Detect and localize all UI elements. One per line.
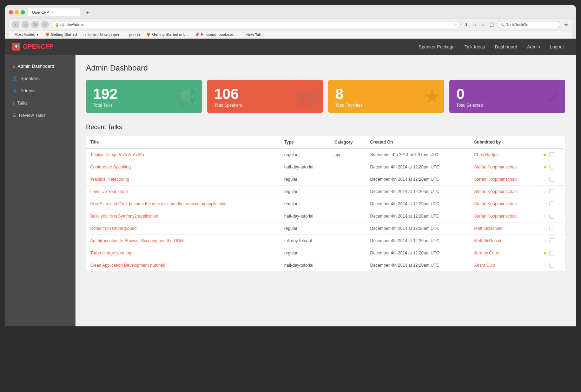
talk-title-link[interactable]: Testing Things & Yo & Yo Mo bbox=[90, 152, 144, 157]
star-empty-icon[interactable]: ☆ bbox=[543, 226, 547, 231]
download-icon[interactable]: ⬇ bbox=[463, 21, 470, 28]
star-filled-icon[interactable]: ★ bbox=[543, 164, 547, 170]
nav-speaker-package[interactable]: Speaker Package bbox=[414, 39, 460, 55]
sidebar-label-review-talks: Review Talks bbox=[19, 113, 46, 118]
talk-title-link[interactable]: Build your first Symfony2 application bbox=[90, 214, 158, 219]
talk-actions-cell: ★ bbox=[539, 247, 565, 259]
star-empty-icon[interactable]: ☆ bbox=[543, 263, 547, 268]
logo-icon: 📢 bbox=[12, 43, 20, 51]
table-row: An Introduction to Browser Scripting and… bbox=[86, 235, 565, 247]
bookmark-most-visited[interactable]: Most Visited ▾ bbox=[12, 32, 41, 38]
talk-title-link[interactable]: Level Up Your Team bbox=[90, 189, 128, 194]
sidebar-item-review-talks[interactable]: ☰ Review Talks bbox=[5, 109, 75, 121]
talk-title-link[interactable]: Notes from Underground bbox=[90, 226, 137, 231]
bookmark-hacker-newspaper[interactable]: □ Hacker Newspaper bbox=[80, 32, 122, 38]
home-nav-icon[interactable]: ⌂ bbox=[471, 21, 478, 28]
nav-logout[interactable]: Logout bbox=[545, 39, 569, 55]
select-checkbox[interactable] bbox=[549, 251, 554, 255]
star-empty-icon[interactable]: ☆ bbox=[543, 201, 547, 207]
speaker-link[interactable]: Stefan Koopmanschap bbox=[474, 201, 517, 206]
speaker-link[interactable]: Stefan Koopmanschap bbox=[474, 177, 517, 182]
bookmark-icon[interactable]: ☆ bbox=[480, 21, 487, 28]
select-checkbox[interactable] bbox=[549, 152, 554, 157]
stat-card-selected: 0 Total Selected ✓ bbox=[449, 80, 565, 113]
selected-bg-icon: ✓ bbox=[546, 85, 562, 108]
speaker-link[interactable]: Jeremy Cook bbox=[474, 251, 499, 255]
maximize-button[interactable] bbox=[21, 10, 25, 14]
star-filled-icon[interactable]: ★ bbox=[543, 152, 547, 158]
search-bar[interactable]: 🔍 DuckDuckGo bbox=[497, 21, 560, 28]
talks-bg-icon: 📢 bbox=[174, 85, 198, 108]
nav-admin[interactable]: Admin bbox=[522, 39, 545, 55]
history-icon[interactable]: 📋 bbox=[488, 21, 495, 28]
talk-speaker-cell: Stefan Koopmanschap bbox=[470, 210, 539, 222]
talk-created-cell: December 4th 2014 at 12:20am UTC bbox=[366, 210, 470, 222]
select-checkbox[interactable] bbox=[549, 238, 554, 243]
speaker-link[interactable]: Chris Hartjes bbox=[474, 152, 499, 157]
talk-created-cell: December 4th 2014 at 12:20am UTC bbox=[366, 222, 470, 235]
back-button[interactable]: ‹ bbox=[12, 21, 19, 28]
talk-title-link[interactable]: How Silex and Cilex became the glue for … bbox=[90, 201, 226, 206]
total-favorites-number: 8 bbox=[335, 87, 437, 101]
reload-button[interactable]: ↻ bbox=[31, 21, 39, 28]
talk-actions-cell: ☆ bbox=[539, 173, 565, 186]
active-tab[interactable]: OpenCFP ✕ bbox=[28, 8, 80, 16]
speaker-link[interactable]: Matt McDonald bbox=[474, 226, 503, 231]
star-empty-icon[interactable]: ☆ bbox=[543, 177, 547, 182]
select-checkbox[interactable] bbox=[549, 226, 554, 231]
nav-talk-ideas[interactable]: Talk Ideas bbox=[460, 39, 490, 55]
tab-close-button[interactable]: ✕ bbox=[51, 11, 54, 14]
admins-icon: 👤 bbox=[12, 88, 18, 93]
talk-actions-cell: ★ bbox=[539, 148, 565, 161]
select-checkbox[interactable] bbox=[549, 177, 554, 182]
talk-title-link[interactable]: An Introduction to Browser Scripting and… bbox=[90, 238, 184, 243]
nav-dashboard[interactable]: Dashboard bbox=[490, 39, 522, 55]
star-empty-icon[interactable]: ☆ bbox=[543, 238, 547, 244]
app-header: 📢 OPENCFP Speaker Package Talk Ideas Das… bbox=[5, 39, 576, 55]
select-checkbox[interactable] bbox=[549, 263, 554, 268]
talks-table: Title Type Category Created On Submitted… bbox=[86, 136, 565, 271]
close-button[interactable] bbox=[9, 10, 13, 14]
home-button[interactable]: ⌂ bbox=[41, 21, 49, 28]
speaker-link[interactable]: Adam Culp bbox=[474, 263, 495, 268]
select-checkbox[interactable] bbox=[549, 201, 554, 206]
sidebar-item-admin-dashboard[interactable]: ⌂ Admin Dashboard bbox=[5, 60, 75, 72]
menu-icon[interactable]: ☰ bbox=[562, 21, 569, 28]
new-tab-button[interactable]: + bbox=[83, 8, 92, 16]
bookmarks-bar: Most Visited ▾ 🦊 Getting Started □ Hacke… bbox=[9, 30, 572, 39]
talk-speaker-cell: Matt McDonald bbox=[470, 222, 539, 235]
main-content: Admin Dashboard 192 Total Talks 📢 106 To bbox=[75, 55, 576, 326]
table-row: Turbo charge your logs regular December … bbox=[86, 247, 565, 259]
bookmark-getting-started-l[interactable]: 🦊 Getting Started in L... bbox=[143, 32, 191, 38]
select-checkbox[interactable] bbox=[549, 165, 554, 170]
talk-title-link[interactable]: Clean Application Development (tutorial) bbox=[90, 263, 165, 268]
speaker-link[interactable]: Matt McDonald bbox=[474, 238, 503, 243]
select-checkbox[interactable] bbox=[549, 189, 554, 194]
bookmark-popup[interactable]: □ popup bbox=[123, 32, 143, 38]
star-empty-icon[interactable]: ☆ bbox=[543, 213, 547, 219]
sidebar-item-speakers[interactable]: 👤 Speakers bbox=[5, 72, 75, 85]
minimize-button[interactable] bbox=[15, 10, 19, 14]
sidebar-item-talks[interactable]: ↓ Talks bbox=[5, 97, 75, 109]
page-title: Admin Dashboard bbox=[86, 64, 565, 73]
star-filled-icon[interactable]: ★ bbox=[543, 250, 547, 256]
talk-category-cell bbox=[330, 235, 366, 247]
url-bar[interactable]: 🔒 cfp.dev/admin ↻ bbox=[51, 21, 461, 28]
talk-type-cell: regular bbox=[280, 173, 330, 186]
talk-title-link[interactable]: Turbo charge your logs bbox=[90, 251, 133, 255]
speaker-link[interactable]: Stefan Koopmanschap bbox=[474, 165, 517, 170]
bookmark-getting-started[interactable]: 🦊 Getting Started bbox=[42, 32, 80, 38]
speaker-link[interactable]: Stefan Koopmanschap bbox=[474, 189, 517, 194]
talk-category-cell bbox=[330, 198, 366, 210]
speaker-link[interactable]: Stefan Koopmanschap bbox=[474, 214, 517, 219]
talk-title-link[interactable]: Conference Speaking bbox=[90, 165, 131, 170]
select-checkbox[interactable] bbox=[549, 214, 554, 219]
sidebar-item-admins[interactable]: 👤 Admins bbox=[5, 85, 75, 97]
bookmark-pinboard[interactable]: 📌 Pinboard: bookmar... bbox=[192, 32, 239, 38]
talk-title-link[interactable]: Practical Refactoring bbox=[90, 177, 129, 182]
talk-category-cell bbox=[330, 173, 366, 186]
bookmark-new-tab[interactable]: □ New Tab bbox=[240, 32, 264, 38]
star-empty-icon[interactable]: ☆ bbox=[543, 189, 547, 194]
talk-title-cell: Turbo charge your logs bbox=[86, 247, 280, 259]
forward-button[interactable]: › bbox=[21, 21, 29, 28]
